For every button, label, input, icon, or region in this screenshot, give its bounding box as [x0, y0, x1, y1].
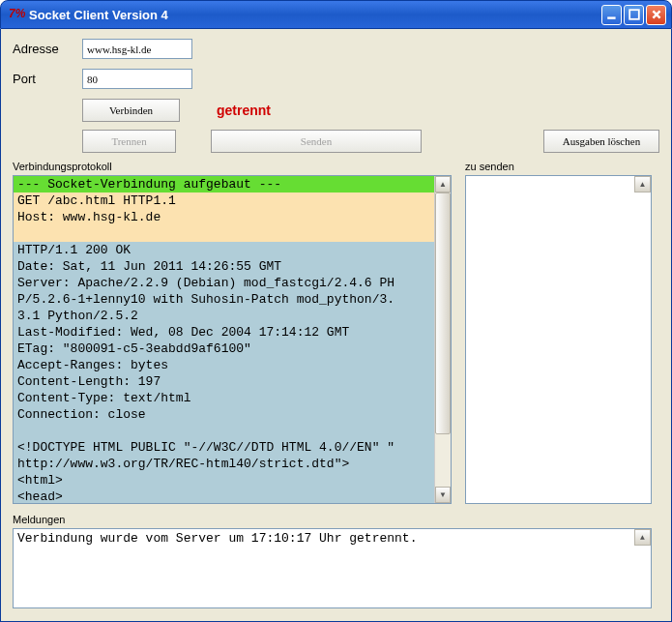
- close-button[interactable]: [646, 5, 666, 25]
- messages-label: Meldungen: [13, 514, 652, 525]
- protocol-box: --- Socket-Verbindung aufgebaut --- GET …: [13, 175, 452, 504]
- scroll-down-icon[interactable]: ▼: [435, 487, 451, 503]
- window-titlebar: 7% Socket Client Version 4: [0, 0, 672, 29]
- mid-section: Verbindungsprotokoll --- Socket-Verbindu…: [13, 161, 659, 504]
- svg-rect-1: [629, 10, 639, 19]
- svg-rect-0: [607, 16, 615, 18]
- protocol-connected-line: --- Socket-Verbindung aufgebaut ---: [14, 176, 434, 193]
- send-textarea[interactable]: ▲: [465, 175, 652, 504]
- window-body: Adresse Port Verbinden getrennt Trennen …: [0, 29, 672, 622]
- to-send-label: zu senden: [465, 161, 652, 172]
- send-column: zu senden ▲: [465, 161, 652, 504]
- messages-textarea[interactable]: Verbindung wurde vom Server um 17:10:17 …: [13, 528, 652, 608]
- protocol-column: Verbindungsprotokoll --- Socket-Verbindu…: [13, 161, 452, 504]
- window-controls: [601, 5, 666, 25]
- messages-scroll-up-icon[interactable]: ▲: [634, 529, 651, 546]
- maximize-button[interactable]: [624, 5, 644, 25]
- send-button[interactable]: Senden: [211, 130, 422, 153]
- protocol-label: Verbindungsprotokoll: [13, 161, 452, 172]
- disconnect-button[interactable]: Trennen: [82, 130, 176, 153]
- address-row: Adresse: [13, 39, 659, 59]
- connection-status: getrennt: [217, 99, 271, 122]
- protocol-scrollbar[interactable]: ▲ ▼: [434, 176, 451, 503]
- minimize-button[interactable]: [601, 5, 622, 25]
- window-title: Socket Client Version 4: [29, 8, 601, 22]
- connect-button[interactable]: Verbinden: [82, 99, 180, 122]
- messages-content: Verbindung wurde vom Server um 17:10:17 …: [17, 531, 417, 546]
- protocol-response-block: HTTP/1.1 200 OK Date: Sat, 11 Jun 2011 1…: [14, 242, 434, 503]
- address-label: Adresse: [13, 42, 82, 56]
- scroll-up-icon[interactable]: ▲: [435, 176, 451, 193]
- protocol-request-block: GET /abc.html HTTP1.1 Host: www.hsg-kl.d…: [14, 193, 434, 242]
- clear-output-button[interactable]: Ausgaben löschen: [543, 130, 659, 153]
- messages-section: Meldungen Verbindung wurde vom Server um…: [13, 514, 652, 608]
- address-input[interactable]: [82, 39, 192, 59]
- action-row: Trennen Senden Ausgaben löschen: [13, 130, 659, 153]
- scroll-thumb[interactable]: [435, 193, 451, 434]
- connect-row: Verbinden getrennt: [13, 99, 659, 122]
- send-scroll-up-icon[interactable]: ▲: [634, 176, 651, 193]
- protocol-content[interactable]: --- Socket-Verbindung aufgebaut --- GET …: [14, 176, 434, 503]
- port-row: Port: [13, 69, 659, 89]
- port-label: Port: [13, 72, 82, 86]
- scroll-track[interactable]: [435, 193, 451, 487]
- port-input[interactable]: [82, 69, 192, 89]
- app-icon: 7%: [9, 7, 24, 22]
